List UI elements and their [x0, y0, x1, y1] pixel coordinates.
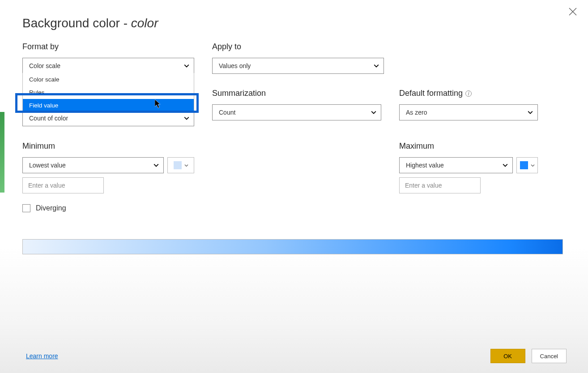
diverging-checkbox[interactable] [22, 204, 30, 212]
form-grid: Format by Color scale Color scale Rules … [22, 42, 567, 221]
chevron-down-icon [528, 110, 533, 115]
based-on-field-value: Count of color [29, 115, 68, 122]
chevron-down-icon [184, 116, 189, 121]
apply-to-field: Apply to Values only [212, 42, 384, 74]
minimum-swatch [174, 161, 182, 169]
chevron-down-icon [184, 163, 188, 167]
maximum-label: Maximum [399, 141, 538, 151]
background-sliver [0, 112, 4, 193]
minimum-select[interactable]: Lowest value [22, 157, 164, 173]
close-button[interactable] [567, 6, 578, 17]
chevron-down-icon [503, 163, 508, 168]
apply-to-label: Apply to [212, 42, 384, 51]
close-icon [567, 6, 578, 17]
background-color-dialog: Background color - color Format by Color… [4, 0, 588, 373]
dropdown-option-rules[interactable]: Rules [23, 86, 194, 99]
summarization-value: Count [219, 109, 235, 116]
format-by-field: Format by Color scale Color scale Rules … [22, 42, 194, 74]
default-formatting-value: As zero [406, 109, 427, 116]
default-formatting-select[interactable]: As zero [399, 104, 538, 120]
default-formatting-field: Default formatting i As zero [399, 89, 538, 120]
maximum-swatch [520, 161, 528, 169]
cancel-button[interactable]: Cancel [532, 349, 567, 363]
chevron-down-icon [374, 63, 379, 69]
default-formatting-label: Default formatting i [399, 89, 538, 98]
dialog-footer: Learn more OK Cancel [26, 349, 567, 363]
minimum-field: Minimum Lowest value [22, 141, 194, 193]
maximum-color-picker[interactable] [516, 157, 538, 173]
chevron-down-icon [531, 163, 535, 167]
cursor-icon [155, 99, 162, 109]
based-on-field-select[interactable]: Count of color [22, 110, 194, 126]
based-on-field: Count of color [22, 110, 194, 126]
title-separator: - [120, 16, 131, 30]
format-by-select[interactable]: Color scale [22, 58, 194, 74]
info-icon[interactable]: i [465, 90, 472, 97]
title-main: Background color [22, 16, 120, 30]
maximum-value: Highest value [406, 162, 444, 169]
diverging-label: Diverging [36, 204, 66, 212]
apply-to-value: Values only [219, 62, 251, 69]
dialog-title: Background color - color [22, 16, 567, 30]
summarization-select[interactable]: Count [212, 104, 381, 120]
default-formatting-label-text: Default formatting [399, 89, 463, 98]
chevron-down-icon [184, 63, 189, 69]
dropdown-option-color-scale[interactable]: Color scale [23, 73, 194, 86]
maximum-value-input[interactable] [399, 177, 481, 193]
minimum-color-picker[interactable] [167, 157, 194, 173]
format-by-dropdown: Color scale Rules Field value [22, 73, 194, 112]
diverging-field: Diverging [22, 204, 194, 212]
gradient-preview-bar [22, 239, 563, 254]
chevron-down-icon [153, 163, 159, 168]
minimum-label: Minimum [22, 141, 194, 151]
summarization-label: Summarization [212, 89, 384, 98]
apply-to-select[interactable]: Values only [212, 58, 384, 74]
dropdown-option-field-value[interactable]: Field value [23, 99, 194, 112]
summarization-field: Summarization Count [212, 89, 384, 120]
title-field: color [131, 16, 158, 30]
footer-buttons: OK Cancel [490, 349, 567, 363]
minimum-value: Lowest value [29, 162, 66, 169]
maximum-select[interactable]: Highest value [399, 157, 513, 173]
ok-button[interactable]: OK [490, 349, 525, 363]
chevron-down-icon [371, 110, 376, 115]
maximum-field: Maximum Highest value [399, 141, 538, 193]
format-by-value: Color scale [29, 62, 60, 69]
minimum-value-input[interactable] [22, 177, 104, 193]
learn-more-link[interactable]: Learn more [26, 352, 58, 360]
format-by-label: Format by [22, 42, 194, 51]
diverging-row: Diverging [22, 204, 194, 212]
